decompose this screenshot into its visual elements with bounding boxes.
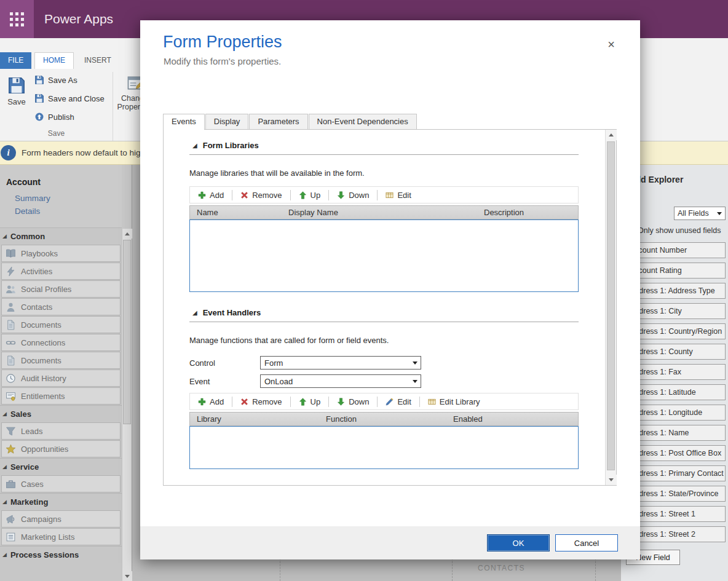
form-libraries-section-header[interactable]: ◢ Form Libraries — [192, 141, 579, 150]
close-icon[interactable]: × — [604, 38, 618, 51]
save-as-icon — [34, 75, 44, 85]
entity-title: Account — [6, 177, 122, 187]
ok-button[interactable]: OK — [487, 534, 550, 551]
field-item[interactable]: Address 1: Name — [626, 425, 726, 441]
remove-button[interactable]: Remove — [237, 397, 285, 406]
sidebar-item-contacts[interactable]: Contacts — [1, 298, 121, 315]
save-as-button[interactable]: Save As — [34, 74, 77, 86]
edit-icon — [386, 398, 394, 406]
field-item[interactable]: Address 1: State/Province — [626, 486, 726, 502]
down-button[interactable]: Down — [333, 191, 373, 200]
save-button[interactable]: Save — [2, 76, 31, 106]
column-header: Description — [484, 208, 524, 217]
sidebar-item-documents[interactable]: Documents — [1, 316, 121, 333]
dialog-title: Form Properties — [163, 33, 282, 52]
sidebar-item-cases[interactable]: Cases — [1, 475, 121, 492]
edit-button[interactable]: Edit — [382, 397, 414, 406]
scroll-down-button[interactable] — [122, 571, 132, 581]
form-libraries-toolbar: Add Remove Up Down — [189, 186, 579, 204]
field-item[interactable]: Address 1: Street 2 — [626, 526, 726, 542]
field-item[interactable]: Address 1: Post Office Box — [626, 445, 726, 461]
remove-button[interactable]: Remove — [237, 191, 285, 200]
field-filter-select[interactable]: All Fields — [674, 207, 726, 220]
sidebar-item-entitlements[interactable]: Entitlements — [1, 387, 121, 405]
field-item[interactable]: Address 1: Fax — [626, 364, 726, 380]
field-item[interactable]: Account Rating — [626, 263, 726, 279]
add-button[interactable]: Add — [194, 397, 228, 406]
sidebar-item-social-profiles[interactable]: Social Profiles — [1, 280, 121, 298]
nav-link-summary[interactable]: Summary — [6, 192, 122, 205]
toolbar-separator — [328, 397, 329, 407]
field-item[interactable]: Address 1: Primary Contact Name — [626, 465, 726, 481]
arrow-up-icon — [609, 133, 614, 136]
sidebar-item-connections[interactable]: Connections — [1, 334, 121, 351]
add-button[interactable]: Add — [194, 191, 228, 200]
save-and-close-button[interactable]: Save and Close — [34, 92, 105, 105]
tab-insert[interactable]: INSERT — [76, 52, 119, 69]
field-item[interactable]: Address 1: County — [626, 344, 726, 360]
tool-label: Remove — [252, 397, 282, 406]
nav-section-sales[interactable]: ◢ Sales — [0, 405, 122, 422]
dialog-scrollbar[interactable] — [605, 130, 616, 485]
down-button[interactable]: Down — [333, 397, 373, 406]
edit-button[interactable]: Edit — [382, 191, 414, 200]
nav-section-process-sessions[interactable]: ◢ Process Sessions — [0, 546, 122, 563]
event-handlers-table-body[interactable] — [189, 426, 579, 469]
tab-display[interactable]: Display — [205, 114, 249, 129]
field-item[interactable]: Address 1: Country/Region — [626, 323, 726, 339]
scroll-up-button[interactable] — [122, 229, 132, 239]
field-item[interactable]: Account Number — [626, 242, 726, 258]
field-item[interactable]: Address 1: Street 1 — [626, 506, 726, 522]
navigator-scrollbar[interactable] — [122, 229, 132, 581]
event-select[interactable]: OnLoad — [260, 374, 421, 388]
cancel-button[interactable]: Cancel — [555, 534, 618, 551]
scroll-down-button[interactable] — [606, 475, 617, 485]
up-button[interactable]: Up — [295, 397, 325, 406]
sidebar-item-activities[interactable]: Activities — [1, 263, 121, 280]
sidebar-item-label: Contacts — [21, 302, 52, 312]
save-and-close-label: Save and Close — [48, 94, 105, 103]
nav-section-common[interactable]: ◢ Common — [0, 227, 122, 244]
up-icon — [299, 398, 307, 406]
waffle-icon — [10, 12, 24, 26]
nav-section-service[interactable]: ◢ Service — [0, 458, 122, 475]
tab-home[interactable]: HOME — [34, 52, 74, 69]
publish-button[interactable]: Publish — [34, 111, 74, 123]
edit-library-button[interactable]: Edit Library — [424, 397, 484, 406]
sidebar-item-documents[interactable]: Documents — [1, 352, 121, 369]
canvas-footer-tab-contacts[interactable]: CONTACTS — [478, 564, 525, 572]
dialog-subtitle: Modify this form's properties. — [164, 56, 281, 66]
tab-events[interactable]: Events — [163, 114, 205, 130]
scroll-up-button[interactable] — [606, 130, 617, 140]
save-and-close-icon — [34, 93, 44, 103]
nav-section-marketing[interactable]: ◢ Marketing — [0, 493, 122, 510]
ribbon-group-label: Save — [0, 129, 113, 138]
tab-file[interactable]: FILE — [0, 52, 31, 69]
sidebar-item-playbooks[interactable]: Playbooks — [1, 245, 121, 262]
tab-parameters[interactable]: Parameters — [249, 114, 307, 129]
field-item[interactable]: Address 1: Address Type — [626, 283, 726, 299]
sidebar-item-campaigns[interactable]: Campaigns — [1, 510, 121, 528]
unused-fields-label: Only show unused fields — [638, 226, 721, 235]
sidebar-item-leads[interactable]: Leads — [1, 422, 121, 440]
scrollbar-thumb[interactable] — [123, 240, 131, 424]
nav-link-details[interactable]: Details — [6, 205, 122, 218]
save-as-label: Save As — [48, 76, 77, 85]
sidebar-item-audit-history[interactable]: Audit History — [1, 370, 121, 387]
sidebar-item-marketing-lists[interactable]: Marketing Lists — [1, 528, 121, 545]
tab-non-event-dependencies[interactable]: Non-Event Dependencies — [309, 114, 417, 129]
event-handlers-description: Manage functions that are called for for… — [189, 336, 579, 345]
sidebar-item-opportunities[interactable]: Opportunities — [1, 440, 121, 457]
form-libraries-table-body[interactable] — [189, 219, 579, 292]
collapse-icon: ◢ — [2, 552, 7, 558]
up-button[interactable]: Up — [295, 191, 325, 200]
chevron-down-icon — [717, 212, 722, 215]
app-launcher-button[interactable] — [0, 0, 34, 38]
field-item[interactable]: Address 1: Latitude — [626, 384, 726, 400]
control-select[interactable]: Form — [260, 356, 421, 370]
event-handlers-section-header[interactable]: ◢ Event Handlers — [192, 308, 579, 317]
field-item[interactable]: Address 1: City — [626, 303, 726, 319]
field-item[interactable]: Address 1: Longitude — [626, 405, 726, 421]
scrollbar-thumb[interactable] — [607, 141, 615, 470]
sidebar-item-label: Cases — [21, 480, 44, 489]
